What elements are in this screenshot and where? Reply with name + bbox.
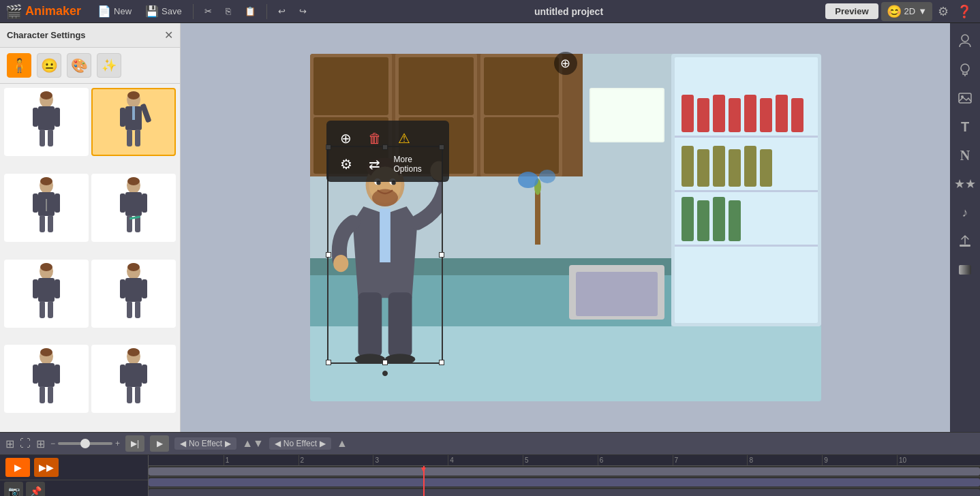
character-item[interactable]: [4, 88, 89, 156]
character-item[interactable]: [91, 174, 176, 242]
pin-button[interactable]: 📌: [26, 482, 45, 496]
more-options-button[interactable]: More Options: [394, 155, 438, 174]
character-item[interactable]: [4, 174, 89, 242]
fullscreen-icon[interactable]: ⛶: [20, 437, 31, 450]
copy-button[interactable]: ⎘: [220, 3, 236, 19]
svg-rect-87: [729, 149, 741, 187]
sidebar-lightbulb-icon[interactable]: [953, 57, 977, 82]
svg-rect-54: [120, 365, 125, 384]
move-handle[interactable]: ⊕: [554, 52, 577, 75]
svg-rect-92: [713, 197, 725, 241]
sidebar-text-n-icon[interactable]: N: [953, 143, 977, 168]
character-item[interactable]: [91, 345, 176, 413]
zoom-thumb[interactable]: [80, 439, 90, 448]
swap-icon[interactable]: ⇄: [366, 153, 383, 175]
timeline-play-button[interactable]: ▶: [5, 458, 30, 477]
sidebar-image-icon[interactable]: [953, 86, 977, 110]
sidebar-effects-icon[interactable]: ★★: [953, 172, 977, 196]
cut-button[interactable]: ✂: [199, 3, 217, 19]
face-icon: 😐: [41, 57, 58, 74]
tab-color[interactable]: 🎨: [67, 53, 91, 78]
redo-button[interactable]: ↪: [294, 3, 312, 19]
effect-selector-1[interactable]: ◀ No Effect ▶: [174, 437, 236, 450]
preview-button[interactable]: Preview: [825, 3, 878, 19]
clip-1[interactable]: [149, 467, 980, 476]
undo-button[interactable]: ↩: [273, 3, 291, 19]
tick-1: 1: [224, 455, 230, 465]
svg-rect-1: [38, 106, 55, 130]
color-icon: 🎨: [71, 57, 88, 74]
timeline-play-alt-button[interactable]: ▶▶: [34, 458, 59, 477]
camera-button[interactable]: 📷: [4, 482, 23, 496]
effect-arrow-right-1[interactable]: ▶: [225, 439, 231, 448]
character-item[interactable]: [4, 345, 89, 413]
settings-gear-icon[interactable]: ⚙: [337, 153, 355, 175]
svg-rect-39: [125, 278, 142, 302]
tick-7: 7: [673, 455, 679, 465]
settings-icon[interactable]: ⚙: [935, 1, 951, 22]
text-t-label: T: [961, 119, 969, 135]
music-note-label: ♪: [962, 206, 968, 220]
playhead[interactable]: [423, 466, 425, 496]
svg-rect-40: [120, 279, 125, 298]
help-icon[interactable]: ❓: [954, 1, 975, 22]
svg-rect-78: [713, 95, 725, 132]
effect-selector-2[interactable]: ◀ No Effect ▶: [269, 437, 331, 450]
save-button[interactable]: 💾 Save: [140, 2, 187, 20]
selection-handle-bottom-left[interactable]: [326, 360, 331, 365]
selection-handle-middle-left[interactable]: [326, 252, 331, 258]
tab-face[interactable]: 😐: [37, 53, 61, 78]
zoom-slider[interactable]: − +: [50, 439, 120, 448]
new-button[interactable]: 📄 New: [92, 2, 137, 20]
mode-selector[interactable]: 😊 2D ▼: [881, 2, 933, 21]
sidebar-upload-icon[interactable]: [953, 229, 977, 253]
zoom-plus-icon[interactable]: +: [115, 439, 120, 448]
svg-rect-67: [399, 57, 474, 115]
sidebar-music-icon[interactable]: ♪: [953, 200, 977, 225]
svg-rect-47: [33, 365, 38, 384]
svg-rect-12: [135, 129, 140, 146]
sidebar-character-icon[interactable]: [953, 29, 977, 53]
character-item-selected[interactable]: [91, 88, 176, 156]
svg-rect-10: [140, 103, 151, 123]
delete-icon[interactable]: 🗑: [365, 128, 384, 149]
effect-arrow-left-1[interactable]: ◀: [180, 439, 186, 448]
selection-handle-middle-right[interactable]: [439, 252, 444, 258]
effect-arrow-right-2[interactable]: ▶: [320, 439, 326, 448]
effect-arrow-left-2[interactable]: ◀: [275, 439, 281, 448]
upload-icon-svg: [958, 234, 973, 249]
transition-icon-2[interactable]: ▲: [337, 437, 348, 450]
sidebar-text-t-icon[interactable]: T: [953, 114, 977, 139]
character-svg-2: [113, 91, 154, 153]
timeline-clips[interactable]: [149, 466, 980, 496]
save-label: Save: [162, 6, 182, 16]
no-effect-label-2: No Effect: [284, 439, 317, 448]
move-icon[interactable]: ⊕: [337, 127, 354, 149]
selection-handle-rotate[interactable]: [382, 371, 388, 376]
svg-rect-17: [33, 193, 38, 213]
fit-screen-icon[interactable]: ⊞: [5, 437, 14, 450]
step-play-button[interactable]: ▶|: [125, 435, 144, 452]
grid-icon[interactable]: ⊞: [36, 437, 45, 450]
app-logo: 🎬 Animaker: [5, 3, 81, 20]
character-grid: [0, 84, 180, 432]
zoom-minus-icon[interactable]: −: [50, 439, 55, 448]
character-item[interactable]: [4, 260, 89, 328]
clip-2[interactable]: [149, 478, 980, 486]
mode-dropdown-icon: ▼: [918, 6, 927, 16]
selection-handle-bottom-center[interactable]: [382, 360, 388, 365]
play-button[interactable]: ▶: [150, 435, 169, 452]
paste-button[interactable]: 📋: [239, 3, 261, 19]
tab-effects[interactable]: ✨: [97, 53, 121, 78]
tab-pose[interactable]: 🧍: [7, 53, 31, 78]
character-item[interactable]: [91, 260, 176, 328]
selection-handle-bottom-right[interactable]: [439, 360, 444, 365]
character-panel-close-button[interactable]: ✕: [164, 29, 173, 42]
transition-icon[interactable]: ▲▼: [242, 437, 264, 450]
warning-icon[interactable]: ⚠: [395, 127, 413, 149]
zoom-track[interactable]: [58, 442, 112, 445]
character-svg-1: [26, 91, 67, 153]
clip-3[interactable]: [149, 489, 980, 496]
sidebar-gradient-icon[interactable]: [953, 258, 977, 282]
svg-rect-46: [38, 363, 55, 387]
